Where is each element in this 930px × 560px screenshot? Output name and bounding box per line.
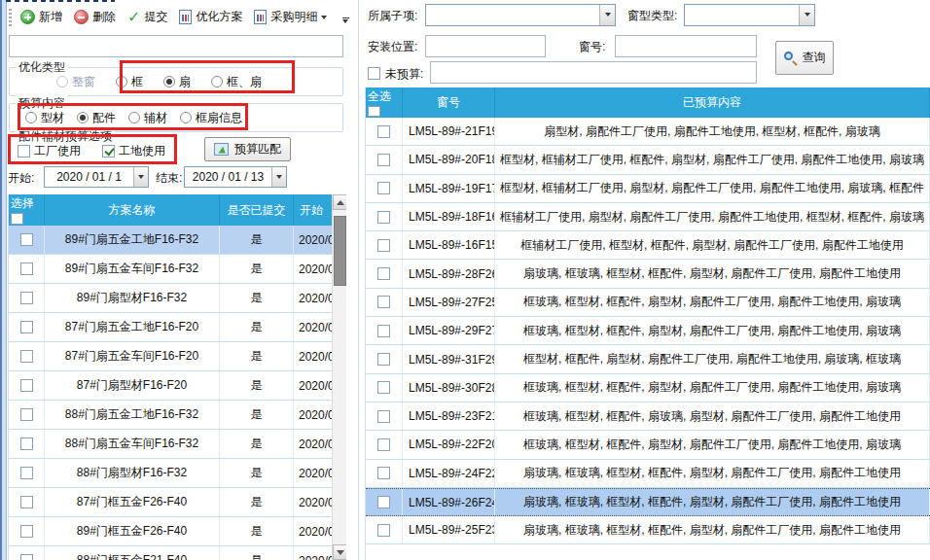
window-table-row[interactable]: LM5L-89#-22F20 框玻璃, 框型材, 框配件, 扇型材, 扇配件工厂… [366, 431, 930, 459]
end-date-picker[interactable]: 2020 / 01 / 13 [184, 166, 287, 188]
plan-table-row[interactable]: 88#门框五金F21-F40 是 2020/0 [9, 546, 333, 560]
window-no-input[interactable] [615, 35, 757, 57]
plan-table-row[interactable]: 89#门扇五金工地F16-F32 是 2020/0 [9, 226, 333, 255]
window-row-checkbox-cell[interactable] [366, 489, 403, 515]
row-checkbox[interactable] [377, 267, 390, 280]
window-table-row[interactable]: LM5L-89#-31F29 框型材, 框配件, 扇型材, 扇配件工厂使用, 扇… [366, 345, 930, 373]
row-checkbox[interactable] [377, 296, 390, 308]
plan-start-cell[interactable]: 2020/0 [294, 430, 333, 458]
window-table-row[interactable]: LM5L-89#-27F25 框玻璃, 框型材, 框配件, 扇型材, 扇配件工厂… [366, 289, 930, 317]
radio-option-sash[interactable]: 扇 [163, 74, 191, 90]
no-budget-checkbox[interactable] [368, 67, 380, 80]
radio-option-auxiliary[interactable]: 辅材 [128, 110, 167, 126]
radio-option-frame-sash-info[interactable]: 框扇信息 [180, 110, 242, 126]
plan-row-checkbox-cell[interactable] [9, 255, 45, 283]
plan-name-cell[interactable]: 87#门框五金F26-F40 [45, 488, 220, 516]
row-checkbox[interactable] [20, 496, 33, 508]
plan-name-column-header[interactable]: 方案名称 [45, 194, 220, 226]
plan-table-row[interactable]: 88#门扇五金车间F16-F32 是 2020/0 [9, 430, 333, 459]
plan-name-cell[interactable]: 89#门框五金F26-F40 [45, 517, 220, 545]
plan-name-cell[interactable]: 87#门扇五金工地F16-F20 [45, 313, 220, 341]
window-row-checkbox-cell[interactable] [366, 231, 403, 259]
query-button[interactable]: 查询 [775, 41, 834, 75]
plan-submitted-cell[interactable]: 是 [220, 313, 294, 341]
window-table-row[interactable]: LM5L-89#-19F17 框型材, 框辅材工厂使用, 扇型材, 扇配件工厂使… [366, 175, 930, 203]
plan-submitted-cell[interactable]: 是 [220, 430, 294, 458]
plan-filter-input[interactable] [9, 35, 343, 57]
window-table-row[interactable]: LM5L-89#-29F27 框玻璃, 框型材, 框配件, 扇型材, 扇配件工厂… [366, 317, 930, 345]
row-checkbox[interactable] [20, 262, 33, 275]
window-no-cell[interactable]: LM5L-89#-26F24 [403, 489, 495, 515]
window-no-cell[interactable]: LM5L-89#-19F17 [403, 175, 495, 202]
window-row-checkbox-cell[interactable] [366, 460, 403, 487]
plan-row-checkbox-cell[interactable] [9, 517, 45, 545]
row-checkbox[interactable] [20, 438, 33, 450]
row-checkbox[interactable] [20, 321, 33, 333]
budget-content-cell[interactable]: 框型材, 框配件, 扇型材, 扇配件工厂使用, 扇配件工地使用, 扇玻璃, 框玻… [495, 345, 930, 372]
plan-submitted-cell[interactable]: 是 [220, 255, 294, 283]
left-edge-strip[interactable] [0, 0, 7, 560]
plan-submitted-column-header[interactable]: 是否已提交 [220, 194, 294, 226]
no-budget-input[interactable] [430, 61, 757, 84]
plan-start-column-header[interactable]: 开始 [294, 194, 333, 226]
select-all-checkbox[interactable] [11, 213, 23, 225]
plan-name-cell[interactable]: 88#门扇五金工地F16-F32 [45, 401, 220, 429]
budget-content-cell[interactable]: 扇型材, 扇配件工厂使用, 扇配件工地使用, 框型材, 框配件, 扇玻璃 [495, 118, 930, 145]
budget-content-column-header[interactable]: 已预算内容 [495, 88, 930, 118]
window-no-cell[interactable]: LM5L-89#-29F27 [403, 317, 495, 344]
window-row-checkbox-cell[interactable] [366, 374, 403, 402]
budget-content-cell[interactable]: 扇玻璃, 框玻璃, 框型材, 框配件, 扇型材, 扇配件工厂使用, 扇配件工地使… [495, 460, 930, 487]
window-table-row[interactable]: LM5L-89#-18F16 框辅材工厂使用, 扇型材, 扇配件工厂使用, 扇配… [366, 203, 930, 231]
plan-start-cell[interactable]: 2020/0 [294, 517, 333, 545]
plan-row-checkbox-cell[interactable] [9, 284, 45, 312]
window-row-checkbox-cell[interactable] [366, 146, 403, 173]
plan-start-cell[interactable]: 2020/0 [294, 459, 333, 487]
start-date-picker[interactable]: 2020 / 01 / 1 [44, 166, 149, 188]
window-table-row[interactable]: LM5L-89#-25F23 扇玻璃, 框玻璃, 框型材, 框配件, 扇型材, … [366, 516, 930, 544]
plan-row-checkbox-cell[interactable] [9, 488, 45, 516]
plan-submitted-cell[interactable]: 是 [220, 401, 294, 429]
window-row-checkbox-cell[interactable] [366, 175, 403, 202]
toolbar-grip[interactable] [9, 9, 12, 26]
budget-content-cell[interactable]: 框辅材工厂使用, 扇型材, 扇配件工厂使用, 扇配件工地使用, 框型材, 框配件… [495, 203, 930, 230]
window-table-row[interactable]: LM5L-89#-24F22 扇玻璃, 框玻璃, 框型材, 框配件, 扇型材, … [366, 460, 930, 488]
plan-submitted-cell[interactable]: 是 [220, 342, 294, 370]
window-row-checkbox-cell[interactable] [366, 402, 403, 430]
budget-content-cell[interactable]: 框型材, 框辅材工厂使用, 框配件, 扇型材, 扇配件工厂使用, 扇配件工地使用… [495, 146, 930, 173]
row-checkbox[interactable] [377, 438, 390, 451]
radio-option-whole-window[interactable]: 整窗 [56, 74, 95, 90]
purchase-detail-button[interactable]: 采购明细 [251, 7, 330, 27]
plan-name-cell[interactable]: 87#门扇型材F16-F20 [45, 371, 220, 400]
budget-content-cell[interactable]: 框辅材工厂使用, 框型材, 框配件, 扇型材, 扇配件工厂使用, 扇配件工地使用 [495, 231, 930, 259]
plan-table-row[interactable]: 89#门扇五金车间F16-F32 是 2020/0 [9, 255, 333, 284]
radio-option-profile[interactable]: 型材 [25, 110, 64, 126]
window-no-cell[interactable]: LM5L-89#-24F22 [403, 460, 495, 487]
window-no-cell[interactable]: LM5L-89#-31F29 [403, 345, 495, 372]
budget-content-cell[interactable]: 框型材, 框辅材工厂使用, 扇型材, 扇配件工厂使用, 扇配件工地使用, 扇玻璃… [495, 175, 930, 202]
budget-content-cell[interactable]: 框玻璃, 框型材, 框配件, 扇型材, 扇配件工厂使用, 扇配件工地使用, 扇玻… [495, 289, 930, 316]
budget-content-cell[interactable]: 扇玻璃, 框玻璃, 框型材, 框配件, 扇型材, 扇配件工厂使用, 扇配件工地使… [495, 516, 930, 543]
window-table-row[interactable]: LM5L-89#-30F28 框玻璃, 框型材, 框配件, 扇型材, 扇配件工厂… [366, 374, 930, 402]
plan-table-row[interactable]: 87#门扇五金车间F16-F20 是 2020/0 [9, 342, 333, 371]
budget-content-cell[interactable]: 扇玻璃, 框玻璃, 框型材, 框配件, 扇型材, 扇配件工厂使用, 扇配件工地使… [495, 260, 930, 287]
plan-name-cell[interactable]: 88#门扇五金车间F16-F32 [45, 430, 220, 458]
row-checkbox[interactable] [20, 554, 33, 560]
scrollbar-thumb[interactable] [334, 216, 346, 286]
plan-name-cell[interactable]: 89#门扇型材F16-F32 [45, 284, 220, 312]
plan-row-checkbox-cell[interactable] [9, 430, 45, 458]
plan-start-cell[interactable]: 2020/0 [294, 371, 333, 400]
window-no-cell[interactable]: LM5L-89#-20F18 [403, 146, 495, 173]
scroll-down-button[interactable] [333, 544, 346, 560]
plan-start-cell[interactable]: 2020/0 [294, 226, 333, 254]
row-checkbox[interactable] [20, 525, 33, 538]
window-no-cell[interactable]: LM5L-89#-21F19 [403, 118, 495, 145]
row-checkbox[interactable] [20, 292, 33, 304]
plan-table-row[interactable]: 89#门扇型材F16-F32 是 2020/0 [9, 284, 333, 313]
plan-row-checkbox-cell[interactable] [9, 371, 45, 400]
checkbox-site-use[interactable]: 工地使用 [102, 143, 165, 159]
window-table-row[interactable]: LM5L-89#-26F24 扇玻璃, 框玻璃, 框型材, 框配件, 扇型材, … [366, 488, 930, 516]
plan-name-cell[interactable]: 89#门扇五金车间F16-F32 [45, 255, 220, 283]
plan-select-column-header[interactable]: 选择 [9, 194, 45, 226]
plan-name-cell[interactable]: 87#门扇五金车间F16-F20 [45, 342, 220, 370]
window-no-column-header[interactable]: 窗号 [403, 88, 495, 118]
